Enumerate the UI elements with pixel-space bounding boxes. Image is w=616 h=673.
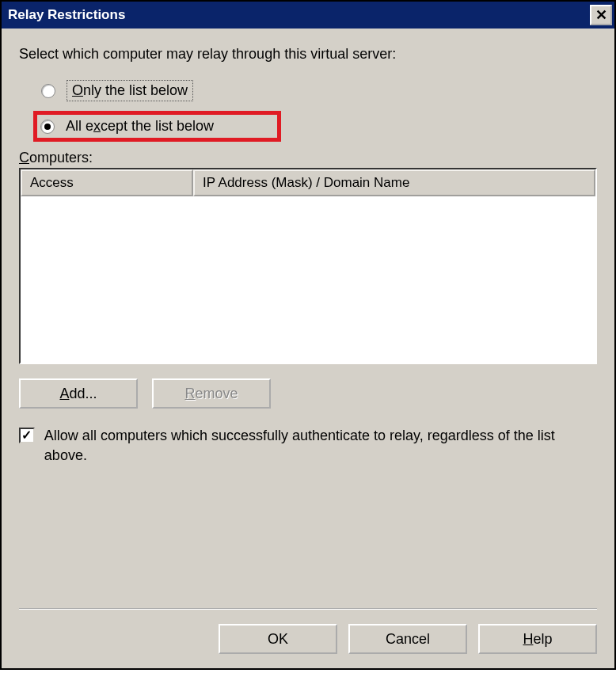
content-area: Select which computer may relay through … [2, 29, 614, 668]
titlebar: Relay Restrictions ✕ [2, 2, 614, 29]
relay-mode-radios: Only the list below All except the list … [41, 75, 597, 146]
radio-icon [41, 84, 55, 98]
help-button[interactable]: Help [478, 624, 597, 654]
close-icon: ✕ [595, 6, 607, 24]
instruction-text: Select which computer may relay through … [19, 46, 597, 63]
computers-label: Computers: [19, 150, 597, 166]
listview-header: Access IP Address (Mask) / Domain Name [21, 169, 595, 196]
add-button[interactable]: Add... [19, 378, 138, 409]
allow-auth-row: Allow all computers which successfully a… [19, 426, 597, 466]
ok-button[interactable]: OK [219, 624, 337, 654]
window-title: Relay Restrictions [8, 7, 590, 23]
radio-except-label: All except the list below [66, 118, 214, 135]
allow-auth-checkbox[interactable] [19, 428, 35, 443]
computers-listview[interactable]: Access IP Address (Mask) / Domain Name [19, 168, 597, 364]
radio-all-except[interactable]: All except the list below [41, 106, 597, 146]
column-access[interactable]: Access [21, 169, 193, 196]
column-ip[interactable]: IP Address (Mask) / Domain Name [193, 169, 595, 196]
list-buttons: Add... Remove [19, 378, 597, 409]
radio-only-list[interactable]: Only the list below [41, 75, 597, 106]
allow-auth-label: Allow all computers which successfully a… [44, 426, 597, 466]
dialog-window: Relay Restrictions ✕ Select which comput… [0, 0, 616, 670]
remove-button: Remove [152, 378, 271, 409]
listview-body[interactable] [21, 196, 595, 363]
cancel-button[interactable]: Cancel [348, 624, 467, 654]
highlight-box: All except the list below [33, 111, 281, 142]
dialog-buttons: OK Cancel Help [19, 608, 597, 654]
radio-only-label: Only the list below [67, 80, 193, 101]
radio-icon [40, 120, 55, 134]
close-button[interactable]: ✕ [590, 5, 612, 25]
